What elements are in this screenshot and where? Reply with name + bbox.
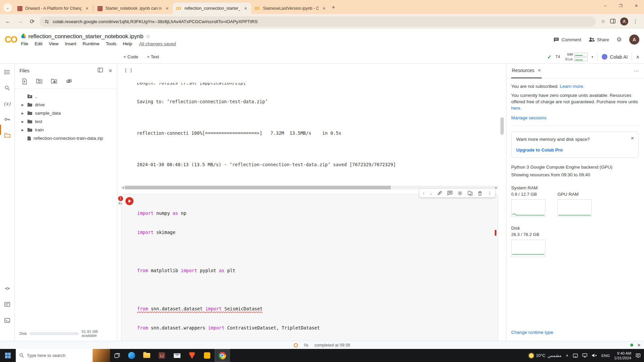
add-comment-icon[interactable] [447, 191, 452, 195]
expand-caret-icon[interactable]: ▶ [21, 112, 25, 115]
tab-close-icon[interactable]: ✕ [84, 6, 90, 11]
move-cell-down-icon[interactable]: ↓ [430, 191, 432, 196]
manage-sessions-link[interactable]: Manage sessions [511, 115, 639, 121]
new-tab-button[interactable]: + [332, 4, 335, 11]
file-tree-item-up[interactable]: .. [15, 92, 117, 101]
scroll-left-arrow[interactable]: ◀ [121, 186, 125, 189]
cell-more-actions-icon[interactable]: ⋮ [487, 191, 492, 196]
task-view-button[interactable] [110, 349, 124, 362]
notebook-scrollbar[interactable] [500, 64, 504, 341]
menu-runtime[interactable]: Runtime [83, 41, 99, 46]
learn-more-link[interactable]: Learn more. [560, 84, 584, 89]
scrollbar-thumb[interactable] [125, 186, 391, 189]
expand-caret-icon[interactable]: ▶ [21, 103, 25, 107]
file-tree-item-sample-data[interactable]: ▶ sample_data [15, 109, 117, 117]
share-button[interactable]: Share [589, 37, 609, 42]
taskbar-search[interactable] [16, 349, 110, 362]
delete-cell-icon[interactable] [478, 191, 482, 196]
search-input[interactable] [27, 353, 84, 358]
menu-file[interactable]: File [21, 41, 29, 46]
account-avatar[interactable]: A [629, 35, 639, 45]
mirror-cell-icon[interactable] [468, 191, 473, 196]
browser-tab-siamese[interactable]: CO SiameseLastVersion.ipynb - Col ✕ [251, 3, 330, 14]
side-panel-icon[interactable] [610, 19, 615, 24]
refresh-files-icon[interactable] [36, 78, 43, 85]
browser-tab-active-reflection-connection[interactable]: CO reflection_connection_starter_n ✕ [173, 3, 251, 14]
browser-avatar[interactable]: A [620, 17, 628, 25]
panel-more-icon[interactable]: ⋯ [634, 68, 639, 74]
weather-widget[interactable]: 10°C مشمس [529, 353, 561, 358]
change-runtime-type-link[interactable]: Change runtime type [511, 329, 639, 341]
hide-hidden-files-icon[interactable] [66, 78, 72, 85]
command-palette-icon[interactable] [4, 301, 11, 308]
copy-link-icon[interactable] [437, 190, 442, 196]
run-cell-button[interactable] [125, 197, 133, 205]
taskbar-app-explorer[interactable] [139, 349, 154, 362]
taskbar-app-store[interactable] [154, 349, 169, 362]
cell-run-bracket[interactable]: [ ] [124, 68, 132, 73]
close-status-icon[interactable]: ✕ [637, 343, 641, 348]
editor-settings-icon[interactable] [458, 191, 463, 196]
scroll-right-arrow[interactable]: ▶ [494, 186, 498, 189]
colab-ai-button[interactable]: Colab AI [602, 54, 628, 60]
runtime-dropdown-icon[interactable]: ▾ [592, 55, 593, 59]
scrollbar-thumb[interactable] [500, 117, 504, 135]
menu-tools[interactable]: Tools [106, 41, 117, 46]
taskbar-app-chrome-active[interactable] [215, 349, 230, 362]
hidden-icons-chevron[interactable]: ∧ [566, 353, 569, 358]
taskbar-app-brave[interactable] [184, 349, 200, 362]
table-of-contents-icon[interactable] [4, 68, 11, 76]
browser-menu-icon[interactable]: ⋮ [633, 18, 638, 24]
forward-button[interactable]: → [15, 18, 25, 25]
action-center-icon[interactable] [636, 353, 641, 358]
upload-file-icon[interactable] [21, 78, 28, 85]
add-code-button[interactable]: + Code [123, 54, 138, 59]
search-icon[interactable] [4, 84, 11, 92]
resource-meters[interactable]: RAM Disk [564, 53, 588, 61]
settings-gear-icon[interactable]: ⚙ [616, 36, 622, 43]
file-tree-item-test[interactable]: ▶ test [15, 117, 117, 126]
star-notebook-icon[interactable]: ☆ [146, 34, 150, 40]
browser-tab-starter-notebook[interactable]: Starter_notebook .ipynb can no ✕ [94, 3, 173, 14]
file-tree-item-train-zip[interactable]: reflection-connection-train-data.zip [15, 134, 117, 142]
bookmark-star-icon[interactable]: ☆ [601, 18, 605, 24]
reload-button[interactable]: ⟳ [28, 18, 37, 25]
close-button[interactable]: ✕ [629, 0, 644, 11]
file-tree-item-drive[interactable]: ▶ drive [15, 101, 117, 109]
network-icon[interactable] [582, 353, 587, 358]
purchase-units-link[interactable]: here. [511, 106, 522, 111]
taskbar-app-edge[interactable] [124, 349, 139, 362]
secrets-key-icon[interactable] [4, 116, 11, 123]
mount-drive-icon[interactable] [51, 78, 58, 85]
file-tree-item-train[interactable]: ▶ train [15, 126, 117, 134]
terminal-icon[interactable] [4, 317, 11, 324]
add-text-button[interactable]: + Text [147, 54, 159, 59]
omnibox[interactable]: colab.research.google.com/drive/1qNLR3FK… [40, 16, 596, 27]
menu-help[interactable]: Help [123, 41, 132, 46]
upgrade-colab-pro-link[interactable]: Upgrade to Colab Pro [516, 147, 563, 153]
browser-tab-onward[interactable]: Onward - A Platform for Chang ✕ [14, 3, 93, 14]
code-snippets-icon[interactable]: <> [4, 285, 11, 292]
site-info-icon[interactable] [44, 19, 49, 24]
files-folder-icon[interactable] [4, 131, 11, 139]
taskbar-app-yellow[interactable] [200, 349, 215, 362]
menu-edit[interactable]: Edit [35, 41, 42, 46]
back-button[interactable]: ← [3, 18, 13, 25]
dismiss-card-icon[interactable]: ✕ [631, 135, 634, 141]
close-resources-icon[interactable]: ✕ [538, 68, 541, 73]
language-indicator[interactable]: ENG [601, 354, 610, 358]
expand-caret-icon[interactable]: ▶ [21, 128, 25, 132]
tab-close-icon[interactable]: ✕ [164, 6, 170, 11]
search-highlight-image[interactable] [93, 349, 110, 362]
minimize-button[interactable]: ─ [598, 0, 613, 11]
move-cell-up-icon[interactable]: ↑ [423, 191, 425, 196]
comment-button[interactable]: Comment [553, 37, 581, 42]
start-button[interactable] [0, 349, 16, 362]
close-panel-icon[interactable]: ✕ [108, 68, 112, 73]
saved-status[interactable]: All changes saved [139, 41, 176, 46]
tab-close-icon[interactable]: ✕ [321, 6, 327, 11]
collapse-toolbar-icon[interactable]: ∧ [636, 54, 639, 59]
volume-muted-icon[interactable] [592, 353, 597, 358]
clock[interactable]: 9:40 AM 1/31/2024 [614, 351, 631, 360]
dock-panel-icon[interactable] [98, 68, 103, 74]
